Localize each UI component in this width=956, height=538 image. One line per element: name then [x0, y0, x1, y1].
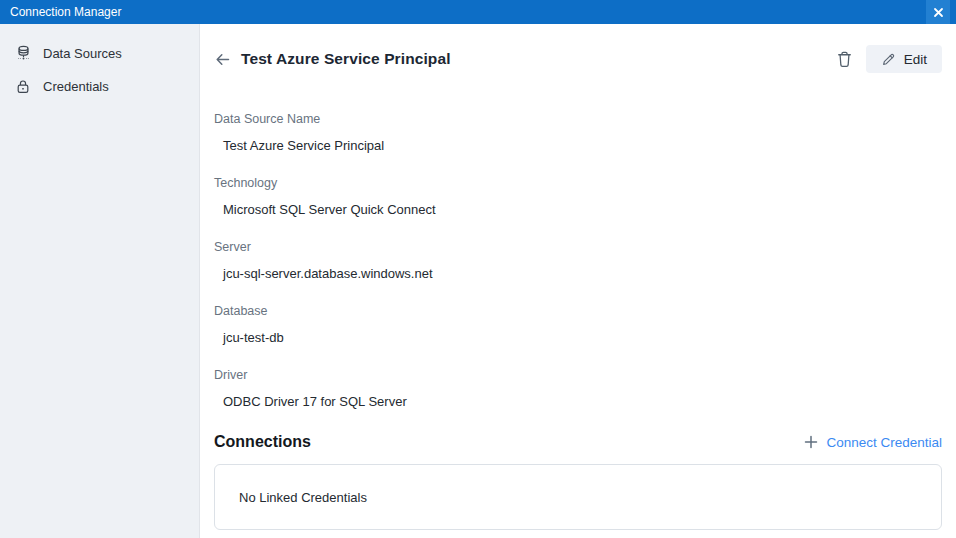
close-icon — [933, 7, 944, 18]
linked-credentials-card: No Linked Credentials — [214, 464, 942, 530]
detail-header: Test Azure Service Principal — [214, 45, 942, 73]
back-button[interactable] — [214, 51, 231, 68]
page-title: Test Azure Service Principal — [241, 50, 451, 68]
sidebar: Data Sources Credentials — [0, 24, 200, 538]
delete-button[interactable] — [836, 50, 853, 69]
connect-credential-button[interactable]: Connect Credential — [804, 435, 942, 450]
trash-icon — [836, 50, 853, 69]
field-label: Data Source Name — [214, 112, 942, 126]
sidebar-item-label: Credentials — [43, 79, 109, 94]
connections-header: Connections Connect Credential — [214, 433, 942, 451]
sidebar-item-data-sources[interactable]: Data Sources — [0, 36, 199, 70]
field-label: Driver — [214, 368, 942, 382]
field-label: Technology — [214, 176, 942, 190]
field-value: Microsoft SQL Server Quick Connect — [223, 202, 942, 217]
plus-icon — [804, 435, 818, 449]
field-server: Server jcu-sql-server.database.windows.n… — [214, 240, 942, 281]
field-technology: Technology Microsoft SQL Server Quick Co… — [214, 176, 942, 217]
data-source-detail: Test Azure Service Principal — [200, 24, 956, 538]
database-icon — [14, 44, 32, 62]
connect-credential-label: Connect Credential — [826, 435, 942, 450]
field-value: ODBC Driver 17 for SQL Server — [223, 394, 942, 409]
field-list: Data Source Name Test Azure Service Prin… — [214, 112, 942, 409]
arrow-left-icon — [214, 51, 231, 68]
field-value: jcu-test-db — [223, 330, 942, 345]
sidebar-item-credentials[interactable]: Credentials — [0, 70, 199, 103]
field-value: jcu-sql-server.database.windows.net — [223, 266, 942, 281]
field-database: Database jcu-test-db — [214, 304, 942, 345]
lock-icon — [14, 78, 32, 95]
edit-button-label: Edit — [904, 52, 927, 67]
connection-manager-window: Connection Manager — [0, 0, 956, 538]
window-title: Connection Manager — [10, 5, 121, 19]
field-label: Server — [214, 240, 942, 254]
field-driver: Driver ODBC Driver 17 for SQL Server — [214, 368, 942, 409]
field-label: Database — [214, 304, 942, 318]
sidebar-item-label: Data Sources — [43, 46, 122, 61]
field-data-source-name: Data Source Name Test Azure Service Prin… — [214, 112, 942, 153]
pencil-icon — [881, 52, 896, 67]
edit-button[interactable]: Edit — [866, 45, 942, 73]
empty-credentials-message: No Linked Credentials — [239, 490, 367, 505]
connections-heading: Connections — [214, 433, 311, 451]
field-value: Test Azure Service Principal — [223, 138, 942, 153]
close-button[interactable] — [926, 0, 950, 24]
titlebar: Connection Manager — [0, 0, 956, 24]
